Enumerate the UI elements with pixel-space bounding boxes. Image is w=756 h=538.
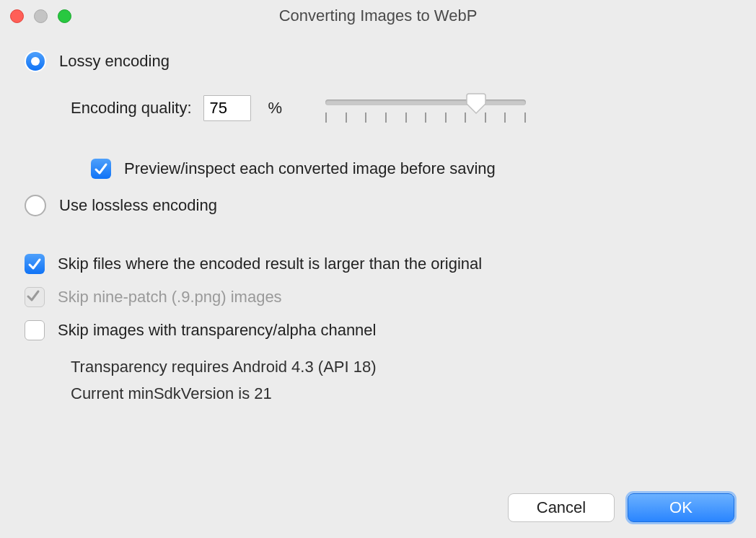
preview-label: Preview/inspect each converted image bef… bbox=[124, 159, 496, 178]
skip-alpha-checkbox[interactable] bbox=[25, 320, 45, 340]
transparency-note-2: Current minSdkVersion is 21 bbox=[71, 380, 731, 407]
slider-track bbox=[325, 100, 526, 105]
zoom-window-icon[interactable] bbox=[58, 9, 71, 23]
skip-ninepatch-label: Skip nine-patch (.9.png) images bbox=[58, 288, 282, 307]
window-controls bbox=[10, 9, 71, 23]
slider-thumb[interactable] bbox=[466, 92, 486, 114]
skip-alpha-label: Skip images with transparency/alpha chan… bbox=[58, 321, 376, 340]
lossless-encoding-radio[interactable] bbox=[25, 195, 46, 216]
window-title: Converting Images to WebP bbox=[0, 6, 756, 25]
encoding-quality-slider[interactable] bbox=[325, 94, 526, 123]
encoding-quality-label: Encoding quality: bbox=[71, 99, 192, 118]
skip-larger-label: Skip files where the encoded result is l… bbox=[58, 255, 482, 273]
cancel-button-label: Cancel bbox=[537, 498, 586, 517]
preview-checkbox[interactable] bbox=[91, 159, 111, 179]
encoding-quality-unit: % bbox=[268, 99, 283, 118]
lossy-encoding-radio[interactable] bbox=[25, 50, 46, 72]
dialog-content: Lossy encoding Encoding quality: % Previ… bbox=[0, 32, 756, 407]
cancel-button[interactable]: Cancel bbox=[508, 493, 615, 522]
encoding-quality-row: Encoding quality: % bbox=[71, 94, 731, 123]
transparency-note-1: Transparency requires Android 4.3 (API 1… bbox=[71, 353, 731, 380]
lossy-encoding-label: Lossy encoding bbox=[59, 52, 170, 71]
minimize-window-icon bbox=[34, 9, 48, 23]
slider-ticks bbox=[325, 113, 526, 123]
skip-larger-checkbox[interactable] bbox=[25, 254, 45, 274]
skip-ninepatch-checkbox bbox=[25, 287, 45, 307]
titlebar: Converting Images to WebP bbox=[0, 0, 756, 32]
dialog-footer: Cancel OK bbox=[508, 493, 734, 522]
encoding-quality-input[interactable] bbox=[203, 95, 251, 121]
ok-button[interactable]: OK bbox=[628, 493, 734, 522]
close-window-icon[interactable] bbox=[10, 9, 24, 23]
lossless-encoding-label: Use lossless encoding bbox=[59, 196, 217, 215]
ok-button-label: OK bbox=[669, 498, 693, 517]
